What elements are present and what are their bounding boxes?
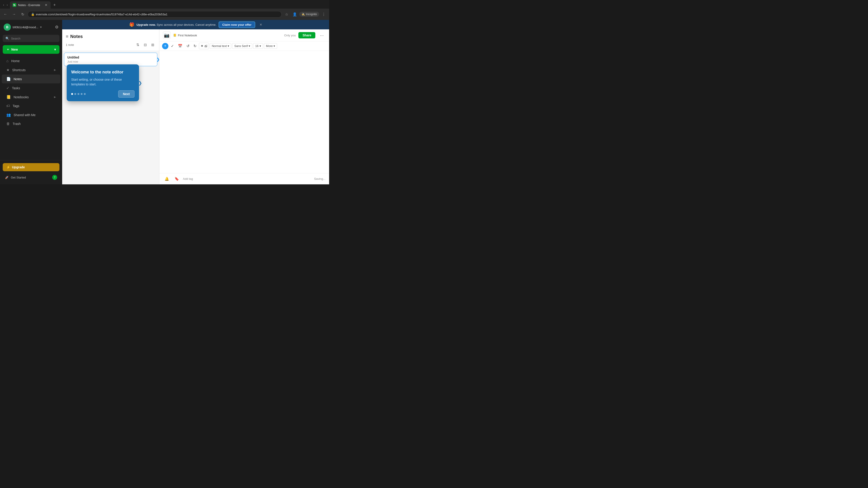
avatar: B	[4, 24, 11, 31]
user-name: b93b1c4d@mood...	[13, 26, 38, 29]
more-formatting-btn[interactable]: More ▾	[264, 43, 277, 49]
profile-btn[interactable]: 👤	[291, 11, 298, 18]
only-you-label: Only you	[284, 34, 296, 37]
get-started-label: Get Started	[11, 176, 26, 179]
sidebar-item-tags[interactable]: 🏷 Tags	[2, 102, 60, 110]
url-text: evernote.com/client/web?login=true&newRe…	[36, 13, 167, 16]
font-label: Sans Serif	[234, 44, 248, 48]
browser-chrome: ‹ › 🐘 Notes - Evernote ✕ + ← → ↻ 🔒 evern…	[0, 0, 329, 20]
address-bar[interactable]: 🔒 evernote.com/client/web?login=true&new…	[28, 11, 282, 18]
bell-btn[interactable]: 🔔	[163, 175, 170, 182]
reload-btn[interactable]: ↻	[19, 11, 26, 18]
dot-1	[71, 93, 73, 95]
forward-btn[interactable]: →	[10, 11, 18, 18]
editor-panel: 📷 📒 First Notebook Only you Share ··· + …	[159, 29, 329, 184]
tab-title: Notes - Evernote	[18, 3, 42, 7]
banner-icon: 🎁	[129, 22, 134, 27]
more-options-btn[interactable]: ···	[318, 32, 326, 39]
app-container: B b93b1c4d@mood... ▾ ⚙ 🔍 Search ＋ New ▾ …	[0, 20, 329, 184]
sidebar-item-tasks[interactable]: ✓ Tasks	[2, 84, 60, 92]
notes-title-text: Notes	[70, 34, 83, 39]
text-style-dropdown[interactable]: Normal text ▾	[210, 43, 231, 49]
banner-close-btn[interactable]: ×	[260, 22, 262, 27]
sidebar-item-label: Trash	[13, 122, 21, 126]
sort-btn[interactable]: ⇅	[135, 42, 141, 48]
back-btn[interactable]: ←	[2, 11, 9, 18]
notes-count: 1 note	[66, 43, 133, 46]
dot-4	[81, 93, 83, 95]
shortcuts-icon: ★	[6, 68, 9, 72]
bookmark-note-btn[interactable]: 🔖	[173, 175, 181, 182]
tab-forward-btn[interactable]: ›	[5, 2, 9, 7]
browser-menu-btn[interactable]: ⋮	[320, 11, 327, 18]
view-btn[interactable]: ⊞	[150, 42, 156, 48]
notebook-name: First Notebook	[178, 34, 197, 37]
upgrade-btn[interactable]: ⚡ Upgrade	[3, 163, 59, 171]
sidebar-item-shortcuts[interactable]: ★ Shortcuts ▶	[2, 66, 60, 74]
note-card-title: Untitled	[67, 56, 154, 59]
tasks-icon: ✓	[6, 86, 9, 90]
new-btn[interactable]: ＋ New ▾	[3, 45, 59, 54]
undo-btn[interactable]: ↺	[185, 43, 191, 49]
sidebar-item-home[interactable]: ⌂ Home	[2, 57, 60, 65]
claim-offer-btn[interactable]: Claim now your offer	[219, 22, 255, 28]
notes-title-icon: ≡	[66, 34, 68, 39]
share-btn[interactable]: Share	[298, 32, 315, 38]
banner-text: Upgrade now. Sync across all your device…	[136, 23, 217, 26]
insert-btn[interactable]: +	[162, 43, 168, 49]
notes-title: ≡ Notes	[66, 34, 156, 39]
search-placeholder-text: Search	[11, 37, 20, 40]
sidebar-item-shared[interactable]: 👥 Shared with Me	[2, 110, 60, 119]
popup-title: Welcome to the note editor	[71, 70, 134, 74]
sidebar-footer: ⚡ Upgrade 🚀 Get Started 7	[0, 160, 62, 184]
chevron-down-icon: ▾	[249, 44, 250, 48]
next-btn[interactable]: Next	[118, 90, 134, 98]
notes-panel: ≡ Notes 1 note ⇅ ⊟ ⊞ Untitled Just now ❯	[62, 29, 159, 184]
sidebar-item-trash[interactable]: 🗑 Trash	[2, 120, 60, 128]
user-info[interactable]: B b93b1c4d@mood... ▾	[4, 24, 41, 31]
note-card-arrow: ❯	[156, 57, 159, 62]
tab-back-btn[interactable]: ‹	[2, 2, 5, 7]
editor-header: 📷 📒 First Notebook Only you Share ···	[159, 29, 329, 41]
note-card-meta: Just now	[67, 60, 154, 63]
notes-icon: 📄	[6, 77, 11, 81]
popup-body: Start writing, or choose one of these te…	[71, 77, 134, 87]
tags-icon: 🏷	[6, 104, 10, 108]
sidebar-item-label: Notes	[13, 77, 22, 81]
new-tab-btn[interactable]: +	[52, 2, 58, 8]
size-dropdown[interactable]: 16 ▾	[253, 43, 263, 49]
camera-icon[interactable]: 📷	[163, 32, 170, 39]
editor-body[interactable]	[159, 51, 329, 173]
chevron-down-icon: ▾	[259, 44, 261, 48]
sidebar: B b93b1c4d@mood... ▾ ⚙ 🔍 Search ＋ New ▾ …	[0, 20, 62, 184]
main-content: 🎁 Upgrade now. Sync across all your devi…	[62, 20, 329, 184]
settings-btn[interactable]: ⚙	[55, 25, 59, 30]
tab-close-btn[interactable]: ✕	[44, 3, 48, 7]
saving-indicator: Saving...	[314, 177, 326, 181]
nav-items: ⌂ Home ★ Shortcuts ▶ 📄 Notes ✓ Tasks 📒 N…	[0, 56, 62, 160]
notes-header: ≡ Notes 1 note ⇅ ⊟ ⊞	[62, 29, 159, 51]
sidebar-item-notebooks[interactable]: 📒 Notebooks ▶	[2, 93, 60, 101]
get-started[interactable]: 🚀 Get Started 7	[3, 173, 59, 182]
sidebar-item-notes[interactable]: 📄 Notes	[2, 74, 60, 84]
format-btn[interactable]: ✦ ai	[199, 43, 209, 49]
check-btn[interactable]: ✓	[169, 43, 176, 49]
size-label: 16	[255, 44, 258, 48]
chevron-down-icon: ▾	[228, 44, 229, 48]
sidebar-item-label: Shortcuts	[12, 68, 26, 72]
note-card[interactable]: Untitled Just now ❯	[64, 53, 157, 66]
browser-toolbar: ← → ↻ 🔒 evernote.com/client/web?login=tr…	[0, 8, 329, 20]
calendar-btn[interactable]: 📅	[176, 43, 184, 49]
add-tag-btn[interactable]: Add tag	[183, 177, 193, 181]
redo-btn[interactable]: ↻	[192, 43, 198, 49]
font-dropdown[interactable]: Sans Serif ▾	[232, 43, 252, 49]
bookmark-btn[interactable]: ☆	[283, 11, 290, 18]
tab-favicon: 🐘	[13, 3, 16, 7]
popup-arrow: ❯	[138, 80, 142, 86]
browser-tabs: ‹ › 🐘 Notes - Evernote ✕ +	[0, 0, 329, 8]
browser-tab[interactable]: 🐘 Notes - Evernote ✕	[10, 1, 51, 8]
sidebar-item-label: Notebooks	[13, 95, 29, 99]
search-bar[interactable]: 🔍 Search	[3, 35, 59, 42]
filter-btn[interactable]: ⊟	[143, 42, 148, 48]
notebooks-icon: 📒	[6, 95, 11, 99]
